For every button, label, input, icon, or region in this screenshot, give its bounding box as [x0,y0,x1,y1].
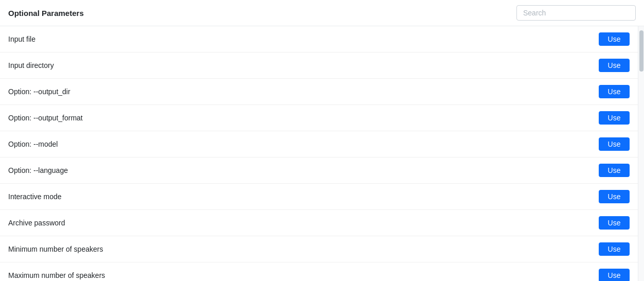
table-row: Option: --languageUse [0,157,638,184]
param-label-interactive-mode: Interactive mode [8,192,599,201]
use-button-model[interactable]: Use [599,137,630,151]
use-button-interactive-mode[interactable]: Use [599,190,630,203]
table-row: Archive passwordUse [0,210,638,236]
param-label-input-file: Input file [8,35,599,43]
table-row: Option: --output_formatUse [0,105,638,131]
use-button-max-speakers[interactable]: Use [599,269,630,281]
param-label-output-format: Option: --output_format [8,114,599,122]
param-label-min-speakers: Minimum number of speakers [8,245,599,253]
param-label-output-dir: Option: --output_dir [8,87,599,96]
scrollbar-track[interactable] [638,26,644,281]
params-list: Input fileUseInput directoryUseOption: -… [0,26,638,281]
table-row: Minimum number of speakersUse [0,236,638,262]
use-button-input-directory[interactable]: Use [599,59,630,72]
content-area: Input fileUseInput directoryUseOption: -… [0,26,644,281]
search-input[interactable] [516,5,636,21]
param-label-input-directory: Input directory [8,61,599,69]
table-row: Maximum number of speakersUse [0,262,638,281]
use-button-output-dir[interactable]: Use [599,85,630,98]
page-title: Optional Parameters [8,9,84,17]
table-row: Option: --output_dirUse [0,79,638,105]
param-label-model: Option: --model [8,140,599,148]
use-button-min-speakers[interactable]: Use [599,242,630,256]
use-button-output-format[interactable]: Use [599,111,630,125]
param-label-archive-password: Archive password [8,219,599,227]
table-row: Interactive modeUse [0,184,638,210]
use-button-archive-password[interactable]: Use [599,216,630,230]
param-label-max-speakers: Maximum number of speakers [8,271,599,279]
param-label-language: Option: --language [8,166,599,174]
table-row: Option: --modelUse [0,131,638,157]
table-row: Input directoryUse [0,52,638,79]
use-button-input-file[interactable]: Use [599,32,630,46]
header: Optional Parameters [0,0,644,26]
use-button-language[interactable]: Use [599,164,630,177]
table-row: Input fileUse [0,26,638,52]
page-container: Optional Parameters Input fileUseInput d… [0,0,644,281]
scrollbar-thumb[interactable] [639,30,643,72]
